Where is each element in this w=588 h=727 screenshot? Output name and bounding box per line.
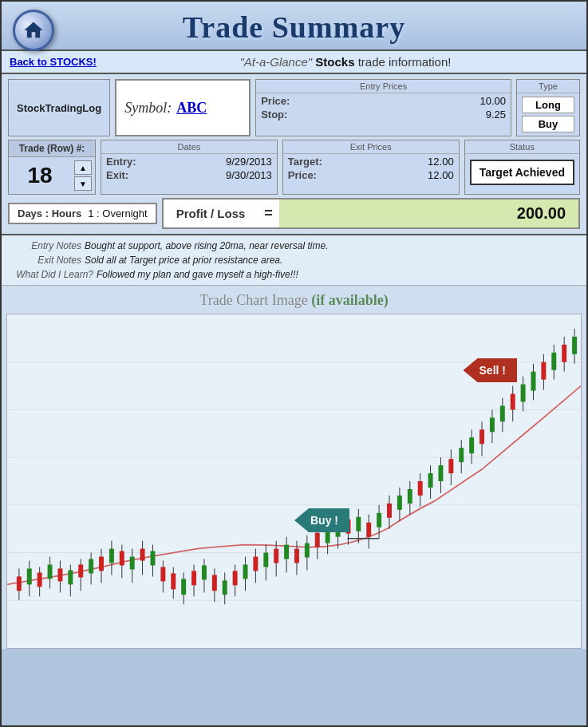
home-button[interactable] (13, 10, 54, 51)
status-chip: Target Achieved (470, 160, 574, 185)
profit-loss-value: 200.00 (279, 200, 578, 227)
notes-section: Entry Notes Bought at support, above ris… (2, 235, 586, 286)
bottom-section: Days : Hours 1 : Overnight Profit / Loss… (8, 198, 580, 229)
header: Trade Summary (2, 2, 586, 51)
dates-header: Dates (101, 140, 277, 154)
subtitle-quote: "At-a-Glance" (239, 55, 312, 69)
svg-rect-8 (17, 576, 22, 591)
svg-rect-83 (397, 496, 402, 510)
exit-date-row: Exit: 9/30/2013 (106, 169, 272, 181)
exit-price-rows: Target: 12.00 Price: 12.00 (283, 154, 459, 183)
symbol-label: Symbol: (124, 100, 172, 117)
svg-rect-115 (562, 345, 566, 362)
svg-rect-34 (151, 551, 156, 566)
svg-rect-60 (284, 545, 289, 559)
svg-rect-30 (130, 557, 135, 570)
svg-rect-46 (212, 575, 217, 591)
svg-rect-85 (408, 489, 412, 504)
target-row: Target: 12.00 (288, 156, 454, 168)
sell-arrow: Sell ! (464, 358, 517, 382)
buy-arrow: Buy ! (294, 508, 349, 532)
trade-row-down-button[interactable]: ▼ (74, 176, 92, 191)
equals-sign: = (258, 205, 279, 222)
target-label: Target: (288, 156, 324, 168)
price-label: Price: (261, 95, 297, 107)
svg-rect-113 (551, 353, 556, 370)
svg-rect-28 (120, 551, 124, 566)
trade-row-box: Trade (Row) #: 18 ▲ ▼ (8, 140, 96, 195)
entry-prices-header: Entry Prices (256, 80, 511, 93)
svg-rect-10 (27, 568, 32, 584)
subtitle-stocks: Stocks (315, 55, 354, 69)
days-hours-box: Days : Hours 1 : Overnight (8, 203, 157, 224)
stop-label: Stop: (261, 109, 297, 121)
price-value: 10.00 (466, 95, 506, 107)
home-icon (22, 19, 45, 41)
chart-title-gray: Trade Chart Image (199, 292, 307, 308)
svg-rect-58 (274, 549, 278, 563)
exit-price-label: Price: (288, 169, 324, 181)
page-title: Trade Summary (183, 10, 405, 45)
symbol-box: Symbol: ABC (115, 79, 251, 136)
type-box: Type Long Buy (516, 79, 580, 136)
svg-rect-97 (469, 437, 474, 453)
svg-rect-56 (263, 553, 268, 567)
subtitle: "At-a-Glance" Stocks trade information! (112, 55, 578, 69)
buy-label: Buy ! (294, 508, 349, 532)
svg-rect-64 (305, 543, 310, 558)
back-link[interactable]: Back to STOCKS! (10, 56, 97, 68)
svg-rect-103 (500, 405, 505, 421)
svg-rect-75 (356, 517, 361, 531)
svg-rect-44 (202, 565, 207, 579)
svg-rect-105 (511, 394, 515, 410)
main-content: StockTradingLog Symbol: ABC Entry Prices… (2, 74, 586, 235)
profit-loss-label: Profit / Loss (164, 202, 258, 225)
svg-rect-66 (315, 533, 320, 547)
top-section: StockTradingLog Symbol: ABC Entry Prices… (8, 79, 580, 136)
svg-rect-36 (160, 567, 165, 581)
svg-rect-42 (191, 571, 196, 585)
svg-rect-16 (57, 568, 62, 581)
status-value-area: Target Achieved (465, 154, 579, 190)
entry-note-label: Entry Notes (10, 240, 81, 251)
learn-note-label: What Did I Learn? (10, 269, 93, 280)
days-value: 1 : Overnight (88, 207, 147, 219)
entry-date-value: 9/29/2013 (226, 156, 272, 168)
svg-rect-101 (490, 417, 495, 432)
type-long: Long (522, 97, 574, 113)
symbol-value: ABC (176, 100, 207, 117)
svg-rect-81 (387, 504, 392, 518)
svg-rect-99 (479, 429, 484, 444)
trade-row-arrows: ▲ ▼ (71, 157, 95, 194)
trade-row-label: Trade (Row) #: (9, 140, 95, 157)
svg-rect-77 (366, 523, 371, 537)
entry-stop-row: Stop: 9.25 (261, 109, 506, 121)
mid-section: Trade (Row) #: 18 ▲ ▼ Dates Entry: 9/29/… (8, 140, 580, 195)
svg-rect-117 (572, 337, 577, 354)
svg-rect-111 (541, 362, 546, 380)
exit-prices-box: Exit Prices Target: 12.00 Price: 12.00 (282, 140, 460, 195)
svg-rect-18 (68, 570, 73, 584)
chart-section: Trade Chart Image (if available) (2, 286, 586, 649)
svg-rect-109 (531, 372, 536, 391)
days-label: Days : Hours (18, 207, 81, 219)
trade-row-up-button[interactable]: ▲ (74, 160, 92, 175)
svg-rect-62 (294, 549, 299, 563)
svg-rect-12 (37, 572, 42, 587)
svg-rect-91 (438, 465, 443, 481)
svg-rect-52 (243, 565, 248, 579)
subtitle-rest: trade information! (358, 55, 452, 69)
exit-date-label: Exit: (106, 169, 142, 181)
exit-prices-header: Exit Prices (283, 140, 459, 154)
exit-note-label: Exit Notes (10, 255, 81, 266)
entry-note-text: Bought at support, above rising 20ma, ne… (85, 240, 329, 251)
type-buy: Buy (522, 116, 574, 132)
svg-rect-24 (99, 557, 104, 571)
svg-rect-40 (181, 579, 186, 595)
svg-rect-26 (109, 549, 114, 563)
stock-trading-log-label: StockTradingLog (8, 79, 110, 136)
svg-rect-89 (428, 473, 433, 488)
trade-row-controls: 18 ▲ ▼ (9, 157, 95, 194)
svg-rect-14 (48, 565, 53, 579)
exit-price-row: Price: 12.00 (288, 169, 454, 181)
